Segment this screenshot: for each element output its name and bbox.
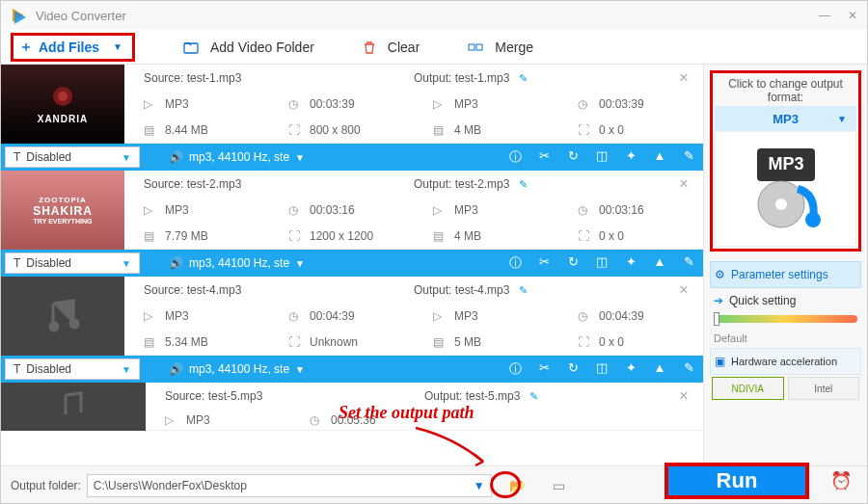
edit-icon[interactable]: ✎ [519,284,528,296]
cut-icon[interactable]: ✂ [529,148,558,166]
chevron-down-icon[interactable]: ▼ [474,479,485,492]
watermark-icon[interactable]: ▲ [645,148,674,166]
rotate-icon[interactable]: ↻ [558,148,587,166]
clock-icon: ◷ [288,97,302,111]
right-panel: Click to change output format: MP3▼ MP3 … [703,65,867,465]
svg-text:MP3: MP3 [768,154,803,173]
chip-icon: ▣ [715,355,725,368]
dimensions-icon: ⛶ [578,123,591,137]
alarm-icon[interactable]: ⏰ [830,470,852,491]
info-icon[interactable]: ⓘ [501,148,529,166]
parameter-settings-button[interactable]: ⚙Parameter settings [710,261,861,288]
list-item: ZOOTOPIA SHAKIRA TRY EVERYTHING Source: … [1,171,703,250]
svg-point-4 [58,92,68,101]
output-format-label: Click to change output format: [715,75,856,106]
edit-icon[interactable]: ✎ [529,390,538,402]
quick-setting-button[interactable]: ➔Quick setting [710,288,861,313]
chevron-down-icon: ▼ [113,41,122,52]
item-action-bar: TDisabled▼ 🔊mp3, 44100 Hz, ste▼ ⓘ✂↻◫✦▲✎ [1,250,703,277]
slider-default-label: Default [710,329,861,348]
main-toolbar: ＋ Add Files ▼ Add Video Folder Clear Mer… [1,30,867,65]
svg-rect-2 [476,44,482,50]
edit-icon[interactable]: ✎ [519,178,528,190]
edit-all-icon[interactable]: ✎ [674,148,703,166]
item-action-bar: TDisabled▼ 🔊mp3, 44100 Hz, ste▼ ⓘ ✂ ↻ ◫ … [1,144,703,171]
window-title: Video Converter [36,9,126,23]
video-icon: ▷ [144,97,157,111]
trash-icon [363,40,382,54]
thumbnail[interactable] [1,383,146,431]
list-item: Source: test-5.mp3 Output: test-5.mp3 ✎ … [1,383,703,431]
dimensions-icon: ⛶ [288,123,302,137]
storage-icon: ▤ [144,123,157,137]
clock-icon: ◷ [578,97,591,111]
remove-item-button[interactable]: × [665,69,703,87]
nvidia-chip[interactable]: NDIVIA [712,377,784,400]
quality-slider[interactable] [714,315,857,323]
list-item: XANDRIA Source: test-1.mp3 Output: test-… [1,65,703,144]
thumbnail[interactable]: ZOOTOPIA SHAKIRA TRY EVERYTHING [1,171,124,250]
minimize-button[interactable]: — [819,9,830,22]
run-button[interactable]: Run [665,463,809,499]
output-format-dropdown[interactable]: MP3▼ [715,106,856,131]
open-folder-icon[interactable]: 📂 [509,478,526,493]
subtitle-track-dropdown[interactable]: TDisabled▼ [5,358,140,380]
plus-icon: ＋ [19,39,33,56]
merge-icon [468,40,489,54]
clear-button[interactable]: Clear [363,40,420,55]
file-list: XANDRIA Source: test-1.mp3 Output: test-… [1,65,703,465]
title-bar: Video Converter — ✕ [1,1,867,30]
video-icon: ▷ [433,97,447,111]
format-preview-icon: MP3 [715,131,856,247]
remove-item-button[interactable]: × [665,281,703,299]
remove-item-button[interactable]: × [665,175,703,193]
subtitle-track-dropdown[interactable]: TDisabled▼ [5,146,140,168]
app-logo-icon [11,7,28,24]
svg-rect-1 [469,44,475,50]
chevron-down-icon: ▼ [837,114,847,124]
list-item: Source: test-4.mp3 Output: test-4.mp3 ✎ … [1,277,703,356]
add-folder-button[interactable]: Add Video Folder [183,40,314,55]
intel-chip[interactable]: Intel [788,377,860,400]
speaker-icon: 🔊 [169,150,183,164]
thumbnail[interactable]: XANDRIA [1,65,124,144]
thumbnail[interactable] [1,277,124,356]
sliders-icon: ⚙ [715,268,725,281]
crop-icon[interactable]: ◫ [587,148,616,166]
output-folder-label: Output folder: [11,479,81,492]
merge-button[interactable]: Merge [468,40,533,55]
add-files-button[interactable]: ＋ Add Files ▼ [11,33,135,62]
folder-icon[interactable]: ▭ [553,478,565,493]
remove-item-button[interactable]: × [665,387,703,405]
close-button[interactable]: ✕ [848,9,857,22]
arrow-right-icon: ➔ [714,294,723,307]
output-folder-input[interactable]: C:\Users\WonderFox\Desktop ▼ [87,474,492,497]
storage-icon: ▤ [433,123,447,137]
svg-point-8 [775,199,787,210]
item-action-bar: TDisabled▼ 🔊mp3, 44100 Hz, ste▼ ⓘ✂↻◫✦▲✎ [1,356,703,383]
audio-track-dropdown[interactable]: 🔊mp3, 44100 Hz, ste▼ [169,150,305,164]
folder-plus-icon [183,40,204,54]
edit-icon[interactable]: ✎ [519,72,528,84]
hardware-accel-button[interactable]: ▣Hardware acceleration [710,348,861,375]
effects-icon[interactable]: ✦ [616,148,645,166]
audio-track-dropdown[interactable]: 🔊mp3, 44100 Hz, ste▼ [169,362,305,376]
subtitle-track-dropdown[interactable]: TDisabled▼ [5,252,140,274]
svg-point-9 [805,212,821,227]
audio-track-dropdown[interactable]: 🔊mp3, 44100 Hz, ste▼ [169,256,305,270]
